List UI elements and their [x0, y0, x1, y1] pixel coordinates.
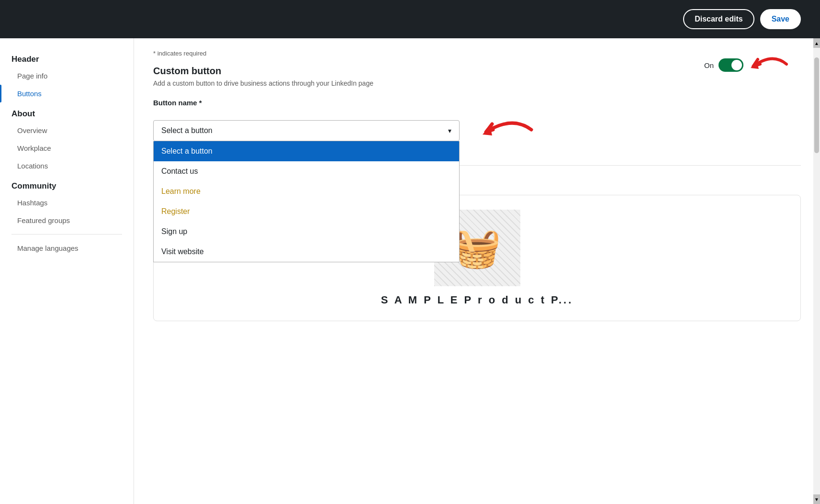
sidebar-item-overview[interactable]: Overview	[0, 122, 134, 139]
dropdown-selected-text: Select a button	[161, 126, 213, 135]
dropdown-option-signup[interactable]: Sign up	[154, 222, 459, 242]
sidebar-item-page-info[interactable]: Page info	[0, 67, 134, 85]
custom-button-toggle[interactable]	[719, 58, 743, 72]
dropdown-menu: Select a button Contact us Learn more Re…	[153, 141, 460, 262]
sidebar-section-about: About	[0, 102, 134, 122]
sidebar-item-workplace[interactable]: Workplace	[0, 139, 134, 157]
dropdown-option-select[interactable]: Select a button	[154, 141, 459, 161]
sidebar-divider	[11, 234, 122, 235]
dropdown-option-learn[interactable]: Learn more	[154, 181, 459, 202]
dropdown-option-contact[interactable]: Contact us	[154, 161, 459, 181]
sidebar-item-manage-languages[interactable]: Manage languages	[0, 239, 134, 257]
toggle-knob	[731, 60, 742, 70]
sample-text: S A M P L E P r o d u c t P...	[381, 294, 573, 306]
scroll-down-button[interactable]: ▼	[813, 494, 820, 504]
sidebar-item-locations[interactable]: Locations	[0, 157, 134, 175]
scrollbar-thumb[interactable]	[814, 57, 819, 153]
toggle-row: On	[704, 50, 791, 80]
dropdown-option-register[interactable]: Register	[154, 202, 459, 222]
save-button[interactable]: Save	[760, 9, 801, 29]
basket-icon: 🧺	[453, 225, 501, 270]
main-content: On * indicates required Custom button Ad…	[134, 38, 820, 504]
sidebar-item-hashtags[interactable]: Hashtags	[0, 194, 134, 212]
sidebar-section-header: Header	[0, 48, 134, 67]
scroll-up-button[interactable]: ▲	[813, 38, 820, 48]
button-name-label: Button name *	[153, 99, 801, 107]
dropdown-row: Select a button ▾ Select a button Contac…	[153, 111, 801, 151]
toggle-label: On	[704, 61, 714, 69]
dropdown-arrow-icon: ▾	[448, 127, 451, 134]
dropdown-option-visit[interactable]: Visit website	[154, 242, 459, 262]
scrollbar: ▲ ▼	[813, 38, 820, 504]
red-arrow-dropdown-container	[479, 111, 536, 151]
sidebar-item-buttons[interactable]: Buttons	[0, 85, 134, 102]
sidebar-section-community: Community	[0, 175, 134, 194]
dropdown-selected[interactable]: Select a button ▾	[153, 120, 460, 141]
sidebar-item-featured-groups[interactable]: Featured groups	[0, 212, 134, 229]
dropdown-wrapper: Select a button ▾ Select a button Contac…	[153, 120, 460, 141]
red-arrow-dropdown-icon	[479, 111, 536, 149]
scroll-track	[813, 48, 820, 494]
sidebar: Header Page info Buttons About Overview …	[0, 38, 134, 504]
layout: Header Page info Buttons About Overview …	[0, 38, 820, 504]
red-arrow-toggle-icon	[748, 50, 791, 78]
custom-button-desc: Add a custom button to drive business ac…	[153, 79, 801, 87]
discard-edits-button[interactable]: Discard edits	[683, 9, 754, 29]
arrow-toggle-container	[748, 50, 791, 80]
topbar: Discard edits Save	[0, 0, 820, 38]
